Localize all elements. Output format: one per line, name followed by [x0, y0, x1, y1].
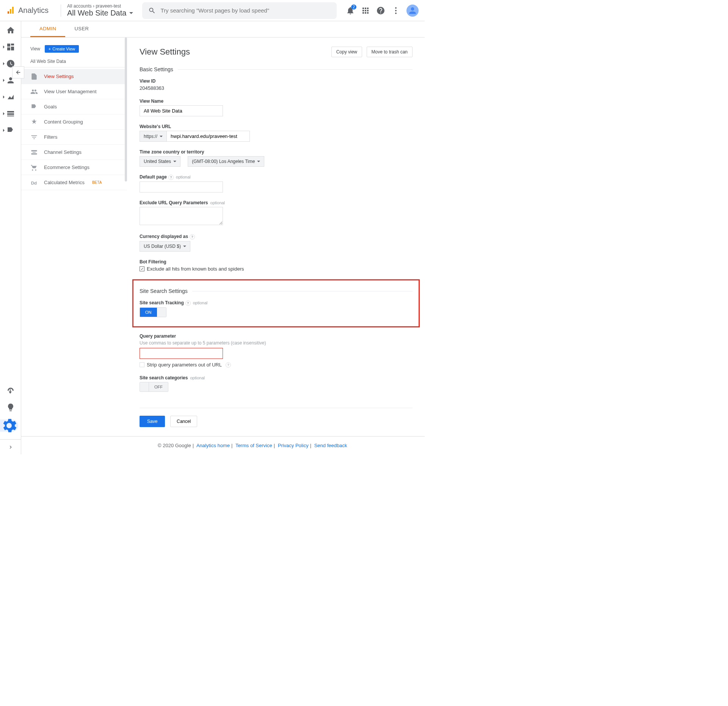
svg-point-3 [395, 7, 397, 9]
admin-tabs: ADMIN USER [21, 21, 425, 38]
create-view-button[interactable]: +Create View [45, 45, 79, 53]
help-icon[interactable]: ? [168, 175, 174, 180]
nav-behavior-icon[interactable] [6, 109, 15, 118]
nav-conversions-icon[interactable] [6, 126, 15, 135]
svg-rect-1 [10, 9, 11, 14]
website-url-input[interactable] [166, 131, 250, 142]
account-picker[interactable]: All accounts › praveen-test All Web Site… [67, 3, 133, 17]
timezone-label: Time zone country or territory [140, 149, 413, 155]
tab-admin[interactable]: ADMIN [30, 21, 65, 37]
app-header: Analytics All accounts › praveen-test Al… [0, 0, 425, 21]
nav-customization-icon[interactable] [6, 42, 15, 52]
svg-rect-2 [12, 7, 14, 14]
query-param-input[interactable] [140, 348, 223, 359]
nav-home-icon[interactable] [6, 26, 15, 35]
currency-label: Currency displayed as? [140, 234, 413, 240]
checkbox-icon [140, 362, 144, 367]
nav-admin-icon[interactable] [0, 420, 18, 432]
caret-down-icon [129, 12, 133, 14]
sidebar-item-channel-settings[interactable]: Channel Settings [21, 145, 127, 160]
basic-settings-heading: Basic Settings [140, 66, 413, 72]
svg-text:Dd: Dd [31, 180, 37, 185]
sidebar-item-filters[interactable]: Filters [21, 130, 127, 145]
search-input[interactable] [160, 7, 331, 14]
page-title: View Settings [140, 47, 190, 57]
svg-rect-0 [8, 11, 9, 14]
expand-nav-icon[interactable] [0, 439, 21, 454]
website-url-label: Website's URL [140, 124, 413, 129]
help-icon[interactable]: ? [190, 234, 195, 240]
cancel-button[interactable]: Cancel [170, 416, 197, 427]
svg-point-4 [395, 10, 397, 11]
account-title[interactable]: All Web Site Data [67, 9, 133, 17]
bot-filtering-label: Bot Filtering [140, 259, 413, 265]
header-actions: 2 [346, 5, 419, 17]
search-icon [148, 7, 156, 14]
footer-link-feedback[interactable]: Send feedback [314, 443, 347, 448]
site-search-cat-toggle[interactable]: OFF [140, 382, 168, 392]
highlighted-section: Site Search Settings Site search Trackin… [132, 279, 420, 327]
query-param-help: Use commas to separate up to 5 parameter… [140, 340, 413, 346]
save-button[interactable]: Save [140, 416, 165, 427]
view-column-label: View [30, 46, 40, 52]
default-page-label: Default page?optional [140, 174, 413, 180]
left-nav-rail [0, 21, 21, 454]
sidebar-item-ecommerce[interactable]: Ecommerce Settings [21, 160, 127, 175]
view-name-label: View Name [140, 99, 413, 104]
view-sidebar: View +Create View All Web Site Data View… [21, 38, 127, 436]
product-logo[interactable]: Analytics [6, 6, 49, 15]
footer-link-privacy[interactable]: Privacy Policy [278, 443, 309, 448]
nav-discover-icon[interactable] [6, 403, 15, 412]
sidebar-item-goals[interactable]: Goals [21, 99, 127, 114]
view-id-value: 204588363 [140, 85, 164, 91]
user-avatar[interactable] [406, 5, 419, 17]
page-footer: © 2020 Google| Analytics home| Terms of … [21, 436, 425, 454]
currency-select[interactable]: US Dollar (USD $) [140, 241, 190, 252]
breadcrumb: All accounts › praveen-test [67, 3, 133, 9]
sidebar-item-content-grouping[interactable]: Content Grouping [21, 114, 127, 130]
checkbox-icon: ✓ [140, 266, 144, 271]
notifications-icon[interactable]: 2 [346, 6, 355, 15]
country-select[interactable]: United States [140, 156, 180, 167]
default-page-input[interactable] [140, 182, 223, 193]
bot-filtering-checkbox[interactable]: ✓ Exclude all hits from known bots and s… [140, 266, 413, 272]
help-icon[interactable]: ? [185, 301, 191, 306]
timezone-select[interactable]: (GMT-08:00) Los Angeles Time [188, 156, 264, 167]
settings-content: View Settings Copy view Move to trash ca… [127, 38, 425, 436]
header-divider [61, 5, 61, 17]
apps-icon[interactable] [361, 6, 370, 15]
site-search-tracking-label: Site search Tracking?optional [140, 300, 413, 306]
view-name-input[interactable] [140, 105, 223, 116]
back-button[interactable] [12, 66, 24, 78]
notification-badge: 2 [351, 5, 356, 9]
view-id-label: View ID [140, 78, 413, 84]
sidebar-item-user-management[interactable]: View User Management [21, 84, 127, 99]
svg-point-5 [395, 13, 397, 14]
move-trash-button[interactable]: Move to trash can [367, 47, 413, 57]
exclude-params-input[interactable] [140, 207, 223, 225]
tab-user[interactable]: USER [65, 21, 98, 37]
sidebar-item-view-settings[interactable]: View Settings [21, 69, 127, 84]
footer-link-home[interactable]: Analytics home [196, 443, 230, 448]
strip-query-checkbox[interactable]: Strip query parameters out of URL? [140, 362, 413, 368]
help-icon[interactable] [376, 6, 385, 15]
analytics-logo-icon [6, 6, 15, 15]
protocol-select[interactable]: https:// [140, 131, 166, 142]
sidebar-item-calculated-metrics[interactable]: DdCalculated MetricsBETA [21, 175, 127, 190]
copy-view-button[interactable]: Copy view [331, 47, 362, 57]
site-search-heading: Site Search Settings [140, 288, 413, 294]
help-icon[interactable]: ? [226, 362, 231, 368]
product-name: Analytics [18, 6, 49, 15]
search-bar[interactable] [142, 2, 337, 19]
footer-link-tos[interactable]: Terms of Service [235, 443, 272, 448]
nav-attribution-icon[interactable] [6, 386, 15, 395]
query-param-label: Query parameter [140, 333, 413, 339]
current-view-name[interactable]: All Web Site Data [21, 56, 127, 67]
site-search-toggle[interactable]: ON [140, 307, 166, 317]
site-search-cat-label: Site search categoriesoptional [140, 375, 413, 380]
nav-acquisition-icon[interactable] [6, 92, 15, 102]
more-icon[interactable] [391, 6, 400, 15]
exclude-params-label: Exclude URL Query Parametersoptional [140, 200, 413, 205]
